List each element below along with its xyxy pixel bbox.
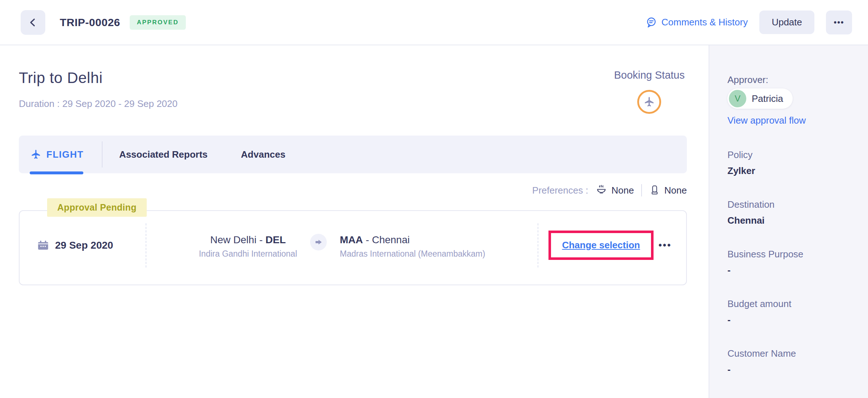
trip-detail-page: TRIP-00026 APPROVED Comments & History U… <box>0 0 868 398</box>
seat-preference-value: None <box>664 185 687 196</box>
meal-icon <box>596 185 607 196</box>
airplane-icon <box>643 96 655 108</box>
field-value: - <box>727 314 854 326</box>
comments-history-link[interactable]: Comments & History <box>646 17 748 28</box>
field-label: Destination <box>727 199 854 210</box>
view-approval-flow-link[interactable]: View approval flow <box>727 115 854 126</box>
booking-status-block: Booking Status <box>614 69 685 114</box>
arrow-right-icon <box>314 238 322 246</box>
trip-id: TRIP-00026 <box>60 16 120 29</box>
header-actions: Comments & History Update ••• <box>646 11 852 34</box>
meal-preference: None <box>596 185 634 196</box>
field-value: - <box>727 364 854 375</box>
booking-status-label: Booking Status <box>614 69 685 81</box>
change-selection-link[interactable]: Change selection <box>562 240 640 250</box>
approver-name: Patricia <box>752 93 783 104</box>
page-body: Trip to Delhi Duration : 29 Sep 2020 - 2… <box>0 45 868 398</box>
calendar-icon <box>37 239 49 252</box>
travel-date-value: 29 Sep 2020 <box>55 240 113 251</box>
sidebar-field-customer-name: Customer Name - <box>727 348 854 375</box>
field-label: Customer Name <box>727 348 854 359</box>
field-label: Policy <box>727 149 854 161</box>
tab-flight[interactable]: FLIGHT <box>19 136 102 173</box>
card-divider-dashed <box>538 223 538 268</box>
travel-date: 29 Sep 2020 <box>37 239 146 252</box>
itinerary-more-button[interactable]: ••• <box>659 240 672 251</box>
field-label: Budget amount <box>727 298 854 310</box>
sidebar-field-destination: Destination Chennai <box>727 199 854 226</box>
field-value: Zylker <box>727 165 854 177</box>
comments-history-label: Comments & History <box>662 17 748 28</box>
origin-airport-subtitle: Indira Gandhi International <box>199 249 297 259</box>
trip-details-sidebar: Approver: V Patricia View approval flow … <box>709 45 868 398</box>
field-value: - <box>727 265 854 276</box>
flight-plane-icon <box>30 149 41 160</box>
booking-status-indicator[interactable] <box>637 90 661 114</box>
preference-divider <box>641 184 642 196</box>
approved-status-badge: APPROVED <box>130 15 186 30</box>
tab-associated-reports[interactable]: Associated Reports <box>103 136 224 173</box>
destination-airport: MAA - Chennai Madras International (Meen… <box>340 234 485 259</box>
comment-bubble-icon <box>646 17 657 28</box>
title-block: Trip to Delhi Duration : 29 Sep 2020 - 2… <box>19 69 178 109</box>
itinerary-actions: Change selection ••• <box>548 231 672 260</box>
active-tab-underline <box>30 171 83 174</box>
destination-airport-subtitle: Madras International (Meenambakkam) <box>340 249 485 259</box>
preferences-row: Preferences : None <box>19 184 687 196</box>
sidebar-field-policy: Policy Zylker <box>727 149 854 177</box>
meal-preference-value: None <box>612 185 634 196</box>
sidebar-field-budget-amount: Budget amount - <box>727 298 854 326</box>
tab-advances[interactable]: Advances <box>224 136 302 173</box>
header-more-button[interactable]: ••• <box>826 11 852 34</box>
chevron-left-icon <box>28 17 38 28</box>
annotation-highlight-box: Change selection <box>548 231 653 260</box>
trip-duration: Duration : 29 Sep 2020 - 29 Sep 2020 <box>19 98 178 109</box>
seat-icon <box>649 185 660 196</box>
approval-pending-badge: Approval Pending <box>47 198 147 217</box>
sidebar-field-business-purpose: Business Purpose - <box>727 249 854 276</box>
flight-route: New Delhi - DEL Indira Gandhi Internatio… <box>146 232 538 259</box>
tab-flight-label: FLIGHT <box>46 149 84 160</box>
seat-preference: None <box>649 185 687 196</box>
field-label: Business Purpose <box>727 249 854 260</box>
approver-avatar: V <box>729 90 746 107</box>
approver-chip[interactable]: V Patricia <box>727 88 793 109</box>
approver-label: Approver: <box>727 74 854 86</box>
origin-airport-title: New Delhi - DEL <box>199 234 297 246</box>
field-value: Chennai <box>727 215 854 226</box>
main-content: Trip to Delhi Duration : 29 Sep 2020 - 2… <box>0 45 709 398</box>
back-button[interactable] <box>21 10 45 35</box>
page-title: Trip to Delhi <box>19 69 178 87</box>
update-button[interactable]: Update <box>759 11 814 34</box>
destination-airport-title: MAA - Chennai <box>340 234 485 246</box>
origin-airport: New Delhi - DEL Indira Gandhi Internatio… <box>199 234 297 259</box>
preferences-label: Preferences : <box>532 185 588 196</box>
trip-tabs: FLIGHT Associated Reports Advances <box>19 136 687 173</box>
title-row: Trip to Delhi Duration : 29 Sep 2020 - 2… <box>19 69 687 114</box>
flight-itinerary-card: Approval Pending 29 Sep 202 <box>19 210 687 285</box>
header-bar: TRIP-00026 APPROVED Comments & History U… <box>0 0 868 45</box>
route-arrow <box>310 234 327 250</box>
